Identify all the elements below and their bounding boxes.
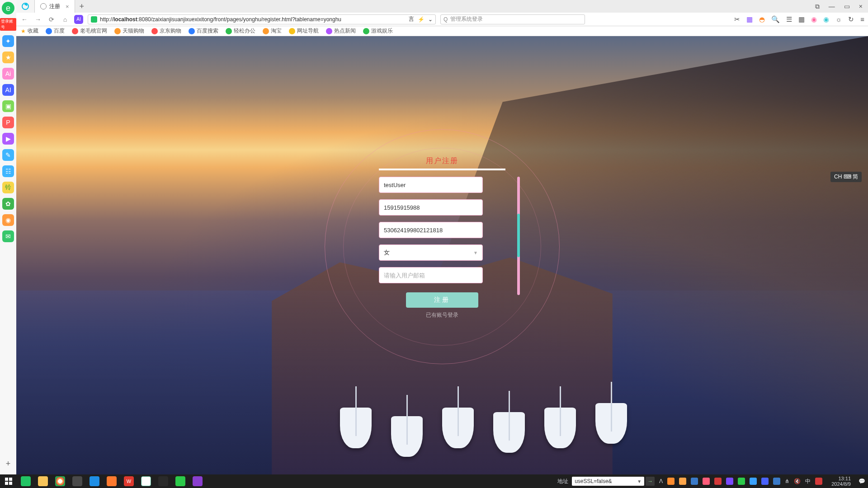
dock-app-13[interactable]: ✉ (2, 230, 14, 242)
addr-go-button[interactable]: → (646, 477, 655, 486)
address-input[interactable]: http://localhost:8080/zaixianjisuanjixue… (88, 14, 436, 24)
tab-home[interactable] (16, 0, 35, 13)
main-menu-icon[interactable]: ≡ (860, 15, 864, 23)
dock-app-3[interactable]: Ai (2, 68, 14, 80)
lightning-icon[interactable]: ⚡ (418, 16, 425, 23)
tool-ring2-icon[interactable]: ◉ (823, 15, 829, 23)
gender-select[interactable]: 女 ▼ (379, 244, 483, 261)
bookmark-fav[interactable]: ★收藏 (21, 27, 38, 35)
tray-icon-1[interactable] (667, 478, 675, 485)
translate-icon[interactable]: 言 (409, 15, 414, 23)
zoom-icon[interactable]: 🔍 (771, 15, 780, 23)
url-dropdown-icon[interactable]: ⌄ (428, 16, 433, 23)
tray-icon-8[interactable] (750, 478, 757, 485)
task-app-ide[interactable] (189, 474, 206, 488)
svg-rect-2 (5, 482, 8, 485)
dock-app-5[interactable]: ▣ (2, 100, 14, 112)
ai-assistant-icon[interactable]: AI (74, 15, 83, 24)
task-app-chrome[interactable] (52, 474, 69, 488)
task-app-edge[interactable] (86, 474, 103, 488)
tray-volume-icon[interactable]: 🔇 (794, 478, 801, 484)
window-minimize-icon[interactable]: — (829, 3, 835, 10)
tool-ring1-icon[interactable]: ◉ (811, 15, 817, 23)
new-tab-button[interactable]: + (75, 2, 89, 11)
nav-back-icon[interactable]: ← (20, 15, 29, 24)
username-input[interactable] (379, 177, 483, 193)
theme-icon[interactable]: ☼ (835, 15, 842, 23)
dock-app-1[interactable]: ✦ (2, 35, 14, 47)
scissor-icon[interactable]: ✂ (734, 15, 740, 23)
task-app-video[interactable] (155, 474, 172, 488)
dock-app-6[interactable]: P (2, 117, 14, 128)
dock-app-2[interactable]: ★ (2, 52, 14, 63)
extensions-icon[interactable]: ▦ (746, 15, 753, 23)
login-badge[interactable]: 登录账号 (0, 18, 16, 31)
bookmark-baidusearch[interactable]: 百度搜索 (189, 27, 218, 35)
dock-add-icon[interactable]: + (6, 459, 11, 469)
task-app-todo[interactable] (137, 474, 155, 488)
task-app-orange[interactable] (103, 474, 120, 488)
login-link[interactable]: 已有账号登录 (379, 311, 505, 319)
browser-logo-icon[interactable]: e (2, 2, 14, 14)
dock-app-7[interactable]: ▶ (2, 133, 14, 145)
task-app-wechat[interactable] (172, 474, 189, 488)
start-button[interactable] (0, 474, 17, 488)
nav-reload-icon[interactable]: ⟳ (47, 15, 56, 24)
apps-grid-icon[interactable]: ▦ (798, 15, 805, 23)
tray-icon-sogou[interactable] (815, 478, 822, 485)
dock-app-10[interactable]: 铃 (2, 182, 14, 193)
addr-value: useSSL=false& (575, 478, 612, 484)
idcard-input[interactable] (379, 222, 483, 238)
nav-home-icon[interactable]: ⌂ (61, 15, 70, 24)
tab-register[interactable]: 注册 × (35, 0, 75, 13)
tray-icon-3[interactable] (691, 478, 698, 485)
reload-dropdown-icon[interactable]: ↻ (848, 15, 854, 23)
tray-icon-6[interactable] (726, 478, 733, 485)
tray-wifi-icon[interactable]: ⋔ (785, 478, 789, 484)
tray-icon-9[interactable] (761, 478, 769, 485)
sidepanel-icon[interactable]: ☰ (786, 15, 792, 23)
bookmark-baidu[interactable]: 百度 (46, 27, 65, 35)
task-app-360[interactable] (17, 474, 34, 488)
tab-close-icon[interactable]: × (66, 3, 69, 10)
window-close-icon[interactable]: × (859, 3, 863, 10)
email-input[interactable] (379, 267, 483, 283)
bookmark-news[interactable]: 热点新闻 (326, 27, 356, 35)
dock-app-12[interactable]: ◉ (2, 214, 14, 226)
adblock-icon[interactable]: ◓ (759, 15, 765, 23)
taskbar-clock[interactable]: 13:11 2024/8/9 (827, 476, 855, 487)
window-extension-icon[interactable]: ⧉ (815, 3, 820, 10)
task-app-explorer[interactable] (34, 474, 52, 488)
bookmark-nav[interactable]: 网址导航 (289, 27, 319, 35)
scrollbar-thumb[interactable] (517, 214, 520, 257)
dock-app-4[interactable]: AI (2, 84, 14, 96)
nav-forward-icon[interactable]: → (33, 15, 42, 24)
tray-icon-10[interactable] (773, 478, 780, 485)
register-button[interactable]: 注册 (406, 292, 478, 308)
tray-icon-4[interactable] (703, 478, 710, 485)
bookmark-laomaotao[interactable]: 老毛桃官网 (72, 27, 107, 35)
bookmark-games[interactable]: 游戏娱乐 (363, 27, 393, 35)
action-center-icon[interactable]: 💬 (855, 478, 868, 484)
addr-combobox[interactable]: useSSL=false& ▼ (572, 477, 644, 486)
dock-app-9[interactable]: ☷ (2, 165, 14, 177)
bookmark-jd[interactable]: 京东购物 (151, 27, 181, 35)
tray-icon-5[interactable] (714, 478, 722, 485)
task-app-wps[interactable]: W (120, 474, 137, 488)
bookmark-tmall[interactable]: 天猫购物 (114, 27, 144, 35)
tray-icon-2[interactable] (679, 478, 686, 485)
phone-input[interactable] (379, 199, 483, 216)
dock-app-11[interactable]: ✿ (2, 198, 14, 210)
form-scrollbar[interactable] (517, 177, 520, 295)
tray-expand-icon[interactable]: ᐱ (659, 478, 663, 484)
window-maximize-icon[interactable]: ▭ (844, 3, 850, 10)
bookmark-office[interactable]: 轻松办公 (226, 27, 255, 35)
bookmark-taobao[interactable]: 淘宝 (263, 27, 282, 35)
clock-date: 2024/8/9 (831, 481, 851, 487)
ime-indicator[interactable]: CH ⌨ 简 (830, 172, 862, 182)
search-input[interactable]: Q 管理系统登录 (440, 14, 585, 24)
task-app-sublime[interactable] (69, 474, 86, 488)
dock-app-8[interactable]: ✎ (2, 149, 14, 161)
tray-icon-7[interactable] (738, 478, 745, 485)
tray-ime-icon[interactable]: 中 (805, 478, 811, 485)
